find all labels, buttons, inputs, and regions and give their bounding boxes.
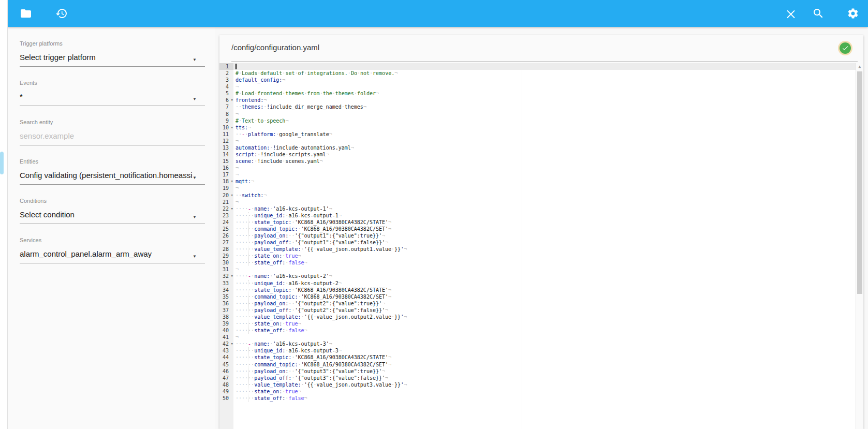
- gutter-line-49: 49: [219, 388, 233, 395]
- code-line-24: ······state_topic:·'KC868_A16/90380CA438…: [236, 219, 391, 226]
- fold-arrow-icon[interactable]: ▾: [231, 192, 233, 199]
- fold-arrow-icon[interactable]: ▾: [231, 273, 233, 279]
- fold-arrow-icon[interactable]: ▾: [231, 205, 233, 212]
- code-line-3: default_config:¬: [236, 77, 285, 83]
- gutter-line-28: 28: [219, 246, 233, 253]
- gutter-line-2: 2: [219, 70, 233, 77]
- field-value: sensor.example: [20, 130, 74, 141]
- gutter-line-14: 14: [219, 151, 233, 158]
- code-line-23: ······unique_id:·a16-kcs-output-1¬: [236, 212, 342, 219]
- history-button[interactable]: [55, 7, 68, 20]
- code-line-8: ¬: [236, 111, 239, 117]
- field-label-events: Events: [20, 80, 205, 86]
- gutter-line-22: 22▾: [219, 205, 233, 212]
- gutter-line-15: 15: [219, 158, 233, 165]
- settings-gear-icon: [847, 7, 859, 20]
- field-search-entity: Search entitysensor.example: [20, 119, 205, 145]
- field-trigger-platforms: Trigger platformsSelect trigger platform…: [20, 40, 205, 67]
- gutter-line-4: 4: [219, 83, 233, 90]
- history-icon: [55, 7, 68, 20]
- gutter-line-20: 20▾: [219, 192, 233, 199]
- field-underline: [20, 66, 205, 67]
- code-line-48: ······value_template:·'{{·value_json.out…: [236, 381, 407, 388]
- input-search-entity[interactable]: sensor.example: [20, 130, 205, 141]
- code-line-47: ······payload_off:·'{"output3":{"value":…: [236, 375, 388, 381]
- search-icon: [812, 7, 825, 20]
- code-line-7: ··themes:·!include_dir_merge_named·theme…: [236, 103, 366, 110]
- code-line-21: ¬: [236, 199, 239, 205]
- code-line-22: ····-·name:·'a16-kcs-output-1'¬: [236, 205, 332, 212]
- code-line-36: ······payload_on:··'{"output2":{"value":…: [236, 300, 385, 307]
- code-line-15: scene:·!include·scenes.yaml¬: [236, 158, 323, 165]
- dropdown-conditions[interactable]: Select condition▼: [20, 209, 205, 220]
- field-label-entities: Entities: [20, 158, 205, 165]
- settings-button[interactable]: [847, 7, 859, 20]
- gutter-line-30: 30: [219, 259, 233, 266]
- gutter-line-16: 16: [219, 165, 233, 171]
- dropdown-caret-icon: ▼: [193, 94, 197, 105]
- gutter-line-38: 38: [219, 314, 233, 320]
- gutter-line-25: 25: [219, 226, 233, 232]
- code-line-30: ······state_off:·false¬: [236, 259, 307, 266]
- gutter-line-19: 19: [219, 185, 233, 191]
- code-line-16: ¬: [236, 165, 239, 171]
- gutter-line-26: 26: [219, 232, 233, 239]
- code-line-37: ······payload_off:·'{"output2":{"value":…: [236, 307, 388, 314]
- gutter-line-48: 48: [219, 381, 233, 388]
- dropdown-events[interactable]: *▼: [20, 91, 205, 102]
- code-line-14: script:·!include·scripts.yaml¬: [236, 151, 329, 158]
- code-line-11: ··-·platform:·google_translate¬: [236, 131, 332, 138]
- dropdown-services[interactable]: alarm_control_panel.alarm_arm_away▼: [20, 248, 205, 259]
- file-path-underline: [231, 62, 858, 62]
- gutter-line-45: 45: [219, 361, 233, 368]
- gutter-line-34: 34: [219, 287, 233, 293]
- dropdown-entities[interactable]: Config validating (persistent_notificati…: [20, 170, 205, 181]
- code-line-50: ······state_off:·false¬: [236, 395, 307, 402]
- gutter-line-50: 50: [219, 395, 233, 402]
- page-scrollbar-thumb[interactable]: [0, 152, 4, 174]
- code-line-2: #·Loads·default·set·of·integrations.·Do·…: [236, 70, 398, 77]
- fold-arrow-icon[interactable]: ▾: [231, 341, 233, 347]
- code-line-25: ······command_topic:·'KC868_A16/90380CA4…: [236, 226, 391, 232]
- app-toolbar: [7, 0, 868, 27]
- gutter-line-23: 23: [219, 212, 233, 219]
- code-line-18: mqtt:¬: [236, 178, 254, 185]
- gutter-line-37: 37: [219, 307, 233, 314]
- code-line-45: ······command_topic:·'KC868_A16/90380CA4…: [236, 361, 391, 368]
- close-button[interactable]: [785, 7, 797, 20]
- code-line-28: ······value_template:·'{{·value_json.out…: [236, 246, 407, 253]
- gutter-line-17: 17: [219, 171, 233, 178]
- editor-scrollbar-thumb[interactable]: [857, 71, 862, 294]
- print-margin-line: [522, 63, 522, 429]
- field-value: Select trigger platform: [20, 52, 96, 63]
- field-label-conditions: Conditions: [20, 198, 205, 204]
- code-line-34: ······state_topic:·'KC868_A16/90380CA438…: [236, 287, 391, 293]
- fold-arrow-icon[interactable]: ▾: [231, 97, 233, 103]
- code-line-41: ¬: [236, 334, 239, 341]
- search-button[interactable]: [812, 7, 825, 20]
- code-line-35: ······command_topic:·'KC868_A16/90380CA4…: [236, 293, 391, 300]
- code-line-10: tts:¬: [236, 124, 251, 131]
- code-line-31: ¬: [236, 266, 239, 273]
- gutter-line-6: 6▾: [219, 97, 233, 103]
- gutter-line-8: 8: [219, 111, 233, 117]
- code-editor[interactable]: 123456▾78910▾1112131415161718▾1920▾2122▾…: [219, 63, 863, 429]
- gutter-line-40: 40: [219, 327, 233, 334]
- code-line-17: ¬: [236, 171, 239, 178]
- editor-scrollbar-track[interactable]: ▲: [856, 63, 863, 429]
- dropdown-caret-icon: ▼: [193, 172, 197, 183]
- folder-button[interactable]: [20, 7, 32, 20]
- page-scrollbar-track[interactable]: [0, 0, 8, 429]
- code-line-19: ¬: [236, 185, 239, 191]
- scroll-up-arrow-icon[interactable]: ▲: [856, 63, 863, 70]
- code-line-38: ······value_template:·'{{·value_json.out…: [236, 314, 407, 320]
- fold-arrow-icon[interactable]: ▾: [231, 178, 233, 185]
- fold-arrow-icon[interactable]: ▾: [231, 124, 233, 131]
- gutter-line-12: 12: [219, 138, 233, 144]
- dropdown-trigger-platforms[interactable]: Select trigger platform▼: [20, 52, 205, 63]
- code-line-20: ··switch:¬: [236, 192, 267, 199]
- code-line-32: ····-·name:·'a16-kcs-output-2'¬: [236, 273, 332, 279]
- code-line-5: #·Load·frontend·themes·from·the·themes·f…: [236, 90, 379, 97]
- gutter-line-29: 29: [219, 253, 233, 259]
- gutter-line-27: 27: [219, 239, 233, 246]
